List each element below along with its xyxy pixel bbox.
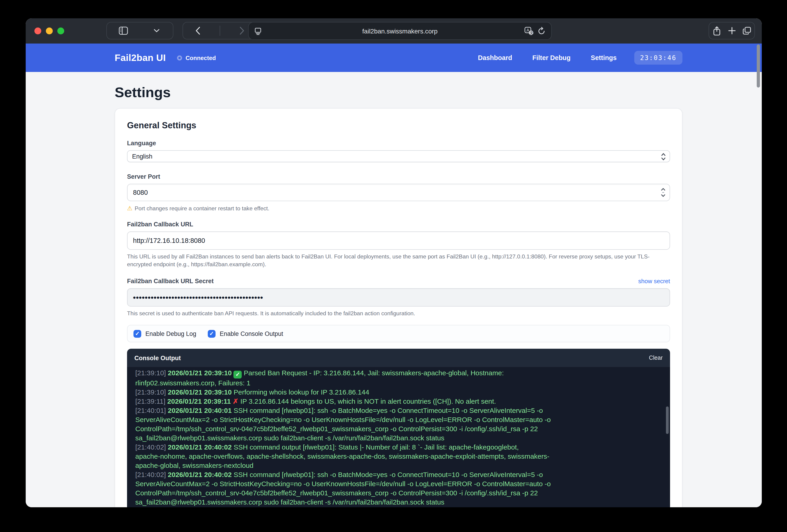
- screenshot-stage: fail2ban.swissmakers.corp A文: [0, 0, 787, 532]
- console-title: Console Output: [134, 354, 181, 361]
- callback-secret-input[interactable]: [127, 288, 670, 307]
- console-line: ControlPath=/tmp/ssh_control_srv-04e7c5b…: [135, 488, 665, 497]
- minimize-window-button[interactable]: [46, 27, 53, 35]
- app-navbar: Fail2ban UI Connected DashboardFilter De…: [26, 44, 762, 72]
- console-line: ServerAliveCountMax=2 -o StrictHostKeyCh…: [135, 479, 665, 488]
- page-content: Settings General Settings Language Engli…: [26, 72, 762, 507]
- checkbox-checked-icon[interactable]: ✓: [133, 330, 141, 337]
- console-line: [21:39:10] 2026/01/21 20:39:10 ✓ Parsed …: [135, 369, 665, 378]
- language-value: English: [132, 153, 152, 160]
- error-cross-icon: ✗: [233, 397, 238, 405]
- share-icon[interactable]: [709, 22, 724, 39]
- console-line: sa_fail2ban@rlwebp01.swissmakers.corp su…: [135, 434, 665, 443]
- callback-secret-label: Fail2ban Callback URL Secret: [127, 278, 214, 285]
- select-stepper-icon: [661, 153, 666, 161]
- console-scrollbar-thumb[interactable]: [666, 406, 669, 434]
- browser-window: fail2ban.swissmakers.corp A文: [26, 18, 762, 507]
- console-line: [21:40:02] 2026/01/21 20:40:02 SSH comma…: [135, 443, 665, 452]
- section-title: General Settings: [127, 120, 670, 131]
- callback-url-help: This URL is used by all Fail2Ban instanc…: [127, 253, 670, 268]
- sidebar-toggle-group: [106, 22, 173, 39]
- svg-text:文: 文: [530, 31, 533, 35]
- history-nav-group: [183, 22, 257, 39]
- toolbar-divider: [220, 26, 220, 36]
- status-label: Connected: [186, 54, 216, 61]
- checkbox-checked-icon[interactable]: ✓: [208, 330, 216, 337]
- status-ring-icon: [177, 55, 182, 60]
- app-brand[interactable]: Fail2ban UI: [115, 52, 166, 63]
- reload-icon[interactable]: [537, 27, 546, 36]
- callback-secret-help: This secret is used to authenticate ban …: [127, 310, 670, 317]
- nav-link-filter-debug[interactable]: Filter Debug: [532, 54, 571, 61]
- port-warning: ⚠Port changes require a container restar…: [127, 204, 670, 213]
- console-line: apache-nohome, apache-overflows, apache-…: [135, 452, 665, 461]
- console-header: Console Output Clear: [127, 349, 670, 367]
- checkbox-label: Enable Console Output: [220, 330, 283, 337]
- sidebar-icon[interactable]: [115, 22, 132, 39]
- checkbox-label: Enable Debug Log: [145, 330, 196, 337]
- address-bar[interactable]: fail2ban.swissmakers.corp A文: [248, 22, 552, 40]
- checkbox-item-enable-debug-log[interactable]: ✓Enable Debug Log: [133, 330, 196, 337]
- console-line: sa_fail2ban@rlwebp01.swissmakers.corp su…: [135, 497, 665, 507]
- translate-icon[interactable]: A文: [524, 27, 534, 36]
- new-tab-icon[interactable]: [724, 22, 739, 39]
- callback-url-label: Fail2ban Callback URL: [127, 221, 670, 228]
- tab-overview-icon[interactable]: [739, 22, 754, 39]
- toolbar-right-group: [708, 22, 755, 39]
- zoom-window-button[interactable]: [57, 27, 64, 35]
- console-output[interactable]: [21:39:10] 2026/01/21 20:39:10 ✓ Parsed …: [127, 367, 670, 507]
- server-port-input[interactable]: [127, 184, 670, 201]
- console-line: [21:39:11] 2026/01/21 20:39:11 ✗ IP 3.21…: [135, 397, 665, 406]
- page-title: Settings: [115, 84, 171, 101]
- language-select[interactable]: English: [127, 150, 670, 162]
- language-label: Language: [127, 140, 670, 147]
- console-clear-button[interactable]: Clear: [649, 355, 663, 361]
- nav-link-settings[interactable]: Settings: [591, 54, 617, 61]
- console-line: rlinfp02.swissmakers.corp, Failures: 1: [135, 378, 665, 387]
- console-line: ServerAliveCountMax=2 -o StrictHostKeyCh…: [135, 415, 665, 424]
- close-window-button[interactable]: [35, 27, 41, 35]
- warning-icon: ⚠: [127, 205, 132, 212]
- browser-toolbar: fail2ban.swissmakers.corp A文: [26, 18, 762, 44]
- console-line: apache-global, swissmakers-nextcloud: [135, 461, 665, 470]
- page-scrollbar-thumb[interactable]: [757, 44, 760, 88]
- svg-text:A: A: [527, 28, 529, 32]
- page-settings-icon[interactable]: [254, 26, 262, 36]
- console-line: [21:39:10] 2026/01/21 20:39:10 Performin…: [135, 387, 665, 397]
- checkbox-item-enable-console-output[interactable]: ✓Enable Console Output: [208, 330, 283, 337]
- general-settings-card: General Settings Language English Server…: [115, 108, 682, 507]
- chevron-down-icon[interactable]: [148, 22, 165, 39]
- nav-link-dashboard[interactable]: Dashboard: [478, 54, 512, 61]
- success-check-icon: ✓: [234, 371, 242, 378]
- clock-badge: 23:03:46: [634, 51, 682, 65]
- console-line: ControlPath=/tmp/ssh_control_srv-04e7c5b…: [135, 424, 665, 434]
- number-stepper-icon[interactable]: [660, 187, 666, 198]
- console-panel: Console Output Clear [21:39:10] 2026/01/…: [127, 349, 670, 507]
- url-text: fail2ban.swissmakers.corp: [249, 27, 551, 35]
- forward-icon[interactable]: [234, 22, 250, 39]
- show-secret-link[interactable]: show secret: [638, 278, 670, 285]
- callback-url-input[interactable]: [127, 231, 670, 250]
- back-icon[interactable]: [190, 22, 206, 39]
- server-port-label: Server Port: [127, 173, 670, 180]
- console-line: [21:40:02] 2026/01/21 20:40:02 SSH comma…: [135, 470, 665, 479]
- connection-status: Connected: [177, 54, 216, 61]
- log-options-panel: ✓Enable Debug Log✓Enable Console Output: [127, 325, 670, 342]
- console-line: [21:40:01] 2026/01/21 20:40:01 SSH comma…: [135, 406, 665, 415]
